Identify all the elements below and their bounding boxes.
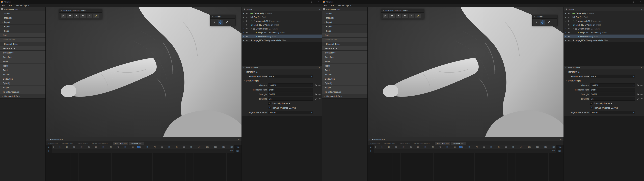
delete-keys-button[interactable]: Delete Key(s) (75, 142, 90, 145)
sidebar-section-volumetric-effects[interactable]: ▸Volumetric Effects (322, 94, 368, 98)
smooth-by-distance-checkbox[interactable]: ✓ (590, 102, 592, 104)
move-icon[interactable] (636, 97, 639, 100)
outliner-header[interactable]: Outliner ✕ (564, 7, 644, 12)
enabled-check-icon[interactable]: ✓ (242, 40, 245, 41)
sidebar-section-export[interactable]: ▸Export (0, 24, 46, 29)
playback-fps-button[interactable]: Playback FPS (451, 142, 466, 145)
step-back-button[interactable] (67, 14, 73, 18)
strength-input[interactable]: 50.0% ▴▾ (590, 92, 635, 96)
keyframe-track[interactable]: 119 (374, 149, 556, 153)
viewport-3d[interactable]: ▾ Animation Playback Control (46, 7, 242, 137)
expand-chevron-icon[interactable]: ▾ (250, 28, 252, 30)
viewport-3d[interactable]: ▾ Animation Playback Control (368, 7, 564, 137)
range-start-field[interactable]: 0 (368, 145, 374, 149)
close-icon[interactable]: ✕ (640, 66, 643, 69)
reset-keys-button[interactable]: Reset Key(s) (382, 142, 396, 145)
command-panel-header[interactable]: Command Panel (322, 7, 368, 12)
sidebar-item-ripple[interactable]: Ripple (322, 86, 368, 90)
chevron-down-icon[interactable]: ▾ (47, 138, 49, 140)
sidebar-section-import[interactable]: ▸Import (0, 20, 46, 24)
influence-input[interactable]: 100.0% ▴▾ (268, 84, 313, 87)
reference-item-input[interactable]: (none) (268, 88, 313, 92)
sidebar-item-smooth[interactable]: Smooth (0, 72, 46, 77)
visibility-eye-icon[interactable] (567, 40, 570, 41)
visibility-eye-icon[interactable] (567, 20, 570, 22)
enabled-check-icon[interactable]: ✓ (242, 24, 245, 26)
close-icon[interactable]: ✕ (318, 8, 321, 10)
iterations-input[interactable]: 16 ▴▾ (590, 97, 635, 100)
enabled-check-icon[interactable]: ✓ (564, 28, 567, 30)
chevron-down-icon[interactable]: ▾ (369, 138, 371, 140)
expand-chevron-icon[interactable]: ▾ (572, 28, 574, 30)
outliner-row-deltamush[interactable]: ✓ DeltaMush (1) Effect (564, 34, 644, 38)
normals-weighted-checkbox[interactable]: ✓ (268, 107, 270, 109)
pen-tool-button[interactable] (224, 20, 230, 25)
sidebar-item-sculpt-layer[interactable]: Sculpt Layer (322, 50, 368, 55)
menu-starter-objects[interactable]: Starter Objects (336, 4, 353, 7)
create-key-button[interactable]: Create Key (46, 142, 60, 145)
sidebar-item-vertex-cache[interactable]: Vertex Cache (322, 46, 368, 50)
track-end-field[interactable]: 120 (556, 149, 564, 153)
enabled-check-icon[interactable]: ✓ (564, 32, 567, 34)
enabled-check-icon[interactable]: ✓ (242, 36, 245, 37)
curve-icon[interactable] (640, 97, 643, 100)
visibility-eye-icon[interactable] (567, 12, 570, 14)
close-icon[interactable]: ✕ (318, 66, 321, 69)
keys-interpolation-button[interactable]: Key(s) Interpolation (412, 142, 432, 145)
chevron-down-icon[interactable]: ▾ (565, 67, 567, 68)
sidebar-item-deltamush[interactable]: DeltaMush (0, 77, 46, 81)
outliner-row-ninja-mdd[interactable]: ✓ Ninja_NO-UVs.mdd (1) Effect (242, 31, 322, 34)
enabled-check-icon[interactable]: ✓ (242, 12, 245, 14)
influence-input[interactable]: 100.0% ▴▾ (590, 84, 635, 87)
visibility-eye-icon[interactable] (567, 16, 570, 18)
pen-tool-button[interactable] (546, 20, 552, 25)
step-forward-button[interactable] (402, 14, 408, 18)
track-start-field[interactable]: 0 (46, 149, 52, 153)
playback-settings-button[interactable] (93, 14, 99, 18)
visibility-eye-icon[interactable] (245, 32, 248, 33)
menu-edit[interactable]: Edit (329, 4, 336, 7)
curve-icon[interactable] (640, 93, 643, 96)
visibility-eye-icon[interactable] (245, 28, 248, 30)
step-forward-button[interactable] (80, 14, 86, 18)
enabled-check-icon[interactable]: ✓ (564, 20, 567, 22)
play-button[interactable] (74, 14, 79, 18)
outliner-row-deform-stack[interactable]: ✓ ▾ Deform Stack (1) Stack (564, 27, 644, 31)
sidebar-item-smooth[interactable]: Smooth (322, 72, 368, 77)
transform-section-header[interactable]: ▾ Transform (1) (242, 70, 322, 74)
outliner-row-environment[interactable]: ✓ Environment (1) Environment (242, 19, 322, 23)
spinner-stepper[interactable]: ▴▾ (312, 84, 312, 86)
sidebar-item-deltamush[interactable]: DeltaMush (322, 77, 368, 81)
keyframe-track[interactable]: 119 (52, 149, 234, 153)
chevron-down-icon[interactable]: ▾ (60, 10, 62, 12)
enabled-check-icon[interactable]: ✓ (564, 36, 567, 37)
sidebar-item-taper[interactable]: Taper (0, 64, 46, 68)
move-icon[interactable] (314, 93, 317, 96)
toolbox-panel-header[interactable]: ▾ Toolbox (532, 15, 557, 18)
go-to-end-button[interactable] (409, 14, 414, 18)
sidebar-item-bend[interactable]: Bend (0, 59, 46, 64)
curve-icon[interactable] (318, 93, 321, 96)
sidebar-item-ripple[interactable]: Ripple (0, 86, 46, 90)
enabled-check-icon[interactable]: ✓ (242, 28, 245, 30)
deltamush-section-header[interactable]: ▾ DeltaMush (1) (242, 78, 322, 83)
spinner-stepper[interactable]: ▴▾ (312, 94, 312, 95)
select-all-keys-button[interactable]: Select All Keys (112, 142, 128, 145)
track-end-field[interactable]: 120 (234, 149, 242, 153)
sidebar-section-deform-effects[interactable]: ▾Deform Effects (0, 42, 46, 46)
attribute-editor-header[interactable]: ▾ Attribute Editor ✕ (564, 66, 644, 70)
outliner-row-camera[interactable]: ✓ Camera (1) Camera (242, 12, 322, 15)
timeline-ruler[interactable]: 0510152025303540455055606570758085909510… (374, 145, 556, 149)
keys-interpolation-button[interactable]: Key(s) Interpolation (90, 142, 110, 145)
outliner-row-camera[interactable]: ✓ Camera (1) Camera (564, 12, 644, 15)
spinner-stepper[interactable]: ▴▾ (634, 94, 634, 95)
visibility-eye-icon[interactable] (245, 36, 248, 37)
play-button[interactable] (396, 14, 401, 18)
visibility-eye-icon[interactable] (567, 36, 570, 37)
create-key-button[interactable]: Create Key (368, 142, 382, 145)
action-center-mode-select[interactable]: Local ▾ (590, 74, 635, 78)
move-icon[interactable] (636, 84, 639, 87)
enabled-check-icon[interactable]: ✓ (242, 16, 245, 18)
range-start-field[interactable]: 0 (46, 145, 52, 149)
move-icon[interactable] (314, 97, 317, 100)
